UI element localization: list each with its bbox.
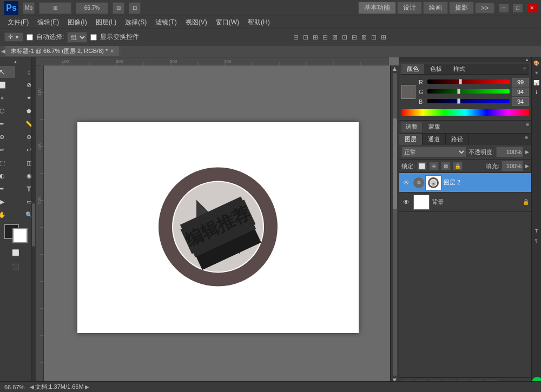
left-scrollbar[interactable] [32,203,35,247]
status-prev-btn[interactable]: ◀ [30,384,34,390]
tab-masks[interactable]: 蒙版 [424,122,445,132]
show-transform-checkbox[interactable] [90,34,97,41]
layer-row-bg[interactable]: 👁 背景 🔒 [399,192,531,212]
background-color[interactable] [12,228,28,243]
scroll-up-btn[interactable]: ▲ [392,65,398,72]
tab-adjustments[interactable]: 调整 [401,122,422,132]
eyedropper-tool[interactable]: ✒ [0,118,15,130]
layer-bg-thumb [413,195,430,210]
g-thumb[interactable] [457,89,460,94]
crop-tool[interactable]: ⬡ [0,105,15,117]
tab-color[interactable]: 颜色 [401,64,425,74]
tab-paths[interactable]: 路径 [446,134,469,145]
color-panel-menu[interactable]: ≡ [520,64,529,74]
b-slider[interactable] [427,99,510,104]
layer-2-visibility[interactable]: 👁 [401,178,411,188]
spectrum-bar[interactable] [401,109,529,116]
layout-icon[interactable]: ⊟ [113,2,124,14]
tab-channels[interactable]: 通道 [423,134,446,145]
more-modes-btn[interactable]: >> [475,3,494,14]
vscrollbar-thumb[interactable] [393,118,397,209]
collapse-toolbar-top[interactable]: ▲ [0,59,31,64]
hand-tool[interactable]: ✋ [0,209,15,221]
lock-position-btn[interactable]: ✛ [429,162,439,170]
mode-dropdown[interactable]: ⊞ [39,2,71,14]
fill-arrow[interactable]: ▶ [525,163,529,169]
lock-artboard-btn[interactable]: ⊠ [441,162,451,170]
eraser-tool[interactable]: ⬚ [0,157,15,169]
lock-pixels-btn[interactable]: ⬜ [417,162,427,170]
opacity-arrow[interactable]: ▶ [525,149,529,155]
menu-view[interactable]: 视图(V) [181,17,212,28]
b-thumb[interactable] [457,98,460,104]
r-slider[interactable] [427,79,510,85]
opacity-value[interactable]: 100% [496,147,523,157]
right-icon-chart[interactable]: 📊 [533,79,540,87]
right-icon-sun[interactable]: ☀ [533,69,540,77]
win-maximize-btn[interactable]: □ [513,4,523,12]
mode-buttons: 基本功能 设计 绘画 摄影 >> [358,2,494,14]
menu-window[interactable]: 窗口(W) [212,17,243,28]
fill-value[interactable]: 100% [502,161,523,171]
menu-filter[interactable]: 滤镜(T) [151,17,181,28]
menu-file[interactable]: 文件(F) [3,17,33,28]
main-layout: ▲ ↖ ↕ ⬜ ⊘ ⌖ ✦ ⬡ ⬟ ✒ 📏 ⊕ ⊕ ✏ ↩ [0,57,541,392]
move-tool[interactable]: ↖ [0,66,15,78]
lock-all-btn[interactable]: 🔒 [453,162,463,170]
dodge-tool[interactable]: ◐ [0,170,15,182]
layers-panel-menu[interactable]: ≡ [522,134,531,145]
doc-tab[interactable]: 未标题-1 @ 66.7% (图层 2, RGB/8) * ✕ [5,46,120,56]
r-value-input[interactable]: 99 [512,78,529,87]
right-icon-paragraph[interactable]: ¶ [533,237,540,244]
g-value-input[interactable]: 94 [512,88,529,96]
panel-collapse-top[interactable]: ▲ [399,57,531,62]
b-value-input[interactable]: 94 [512,97,529,106]
status-next-btn[interactable]: ▶ [85,384,89,390]
layer-bg-visibility[interactable]: 👁 [401,197,411,207]
arrange-icon[interactable]: ⊡ [129,2,141,14]
zoom-display[interactable]: 66.7 % [76,2,108,14]
color-preview-swatch[interactable] [401,85,415,99]
tab-swatches[interactable]: 色板 [425,64,448,74]
adj-panel-menu[interactable]: ≡ [526,122,529,132]
menu-layer[interactable]: 图层(L) [91,17,121,28]
quick-mask-btn[interactable]: ⬜ [3,247,29,258]
right-icon-colors[interactable]: 🎨 [533,59,540,67]
r-thumb[interactable] [459,79,462,84]
tab-styles[interactable]: 样式 [448,64,471,74]
align-icon-2: ⊡ [303,34,308,41]
path-select-tool[interactable]: ▶ [0,196,15,208]
layer-row-2[interactable]: 👁 ⚙ 推 图层 2 [399,173,531,192]
doc-tab-close-btn[interactable]: ✕ [110,48,114,54]
g-slider[interactable] [427,89,510,95]
collapse-left[interactable]: ◀ [0,47,5,55]
auto-select-dropdown[interactable]: 组 [67,32,87,43]
auto-select-checkbox[interactable] [27,34,33,41]
screen-mode-btn[interactable]: ⬛ [3,261,29,273]
move-tool-icon[interactable]: ✛▼ [4,32,23,42]
pen-tool[interactable]: ✒ [0,183,15,195]
mode-btn-basic[interactable]: 基本功能 [358,2,396,14]
mode-btn-design[interactable]: 设计 [397,2,422,14]
win-minimize-btn[interactable]: ─ [499,4,509,12]
blend-mode-select[interactable]: 正常 [401,147,466,157]
layer-2-name: 图层 2 [444,178,529,187]
align-icon-9: ⊡ [371,34,377,41]
menu-image[interactable]: 图像(I) [63,17,91,28]
menu-help[interactable]: 帮助(H) [243,17,274,28]
right-scrollbar[interactable]: ▲ ▼ [390,65,399,383]
right-icon-type[interactable]: T [533,227,540,235]
tab-layers[interactable]: 图层 [399,134,423,145]
mode-btn-paint[interactable]: 绘画 [423,2,448,14]
menu-edit[interactable]: 编辑(E) [33,17,63,28]
heal-tool[interactable]: ⊕ [0,131,15,143]
right-icon-info[interactable]: ℹ [533,89,540,96]
marquee-tool[interactable]: ⬜ [0,79,15,91]
magic-wand-tool[interactable]: ⌖ [0,92,15,104]
menu-select[interactable]: 选择(S) [121,17,151,28]
r-label: R [419,79,425,85]
mode-btn-photo[interactable]: 摄影 [449,2,474,14]
brush-tool[interactable]: ✏ [0,144,15,156]
win-close-btn[interactable]: ✕ [527,4,537,12]
ps-icon-mb[interactable]: Mb [23,2,35,14]
